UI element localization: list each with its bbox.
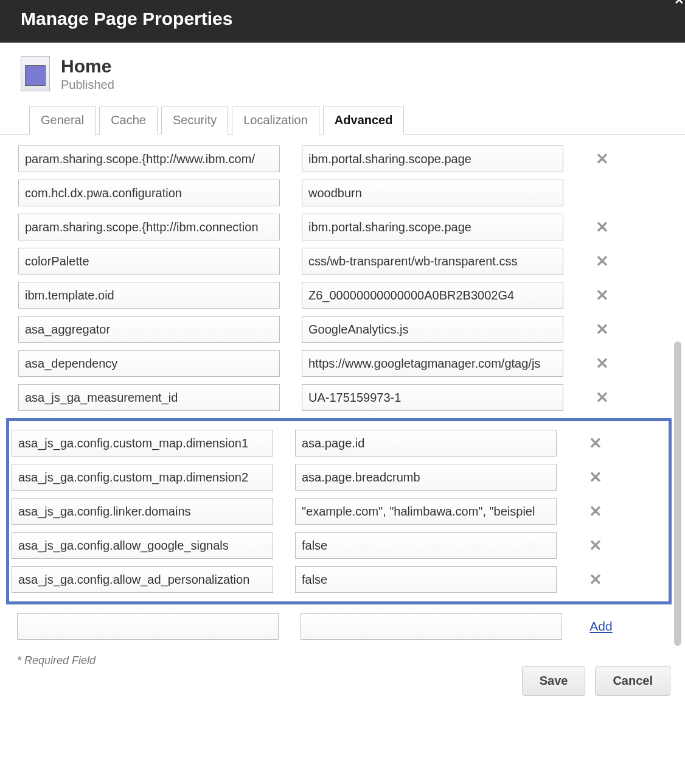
close-icon: ✕: [589, 502, 602, 520]
cancel-button[interactable]: Cancel: [595, 666, 670, 696]
property-row: ✕: [10, 532, 667, 559]
delete-row-button[interactable]: ✕: [591, 318, 614, 341]
scrollbar-thumb[interactable]: [674, 341, 681, 646]
property-value-input[interactable]: [302, 180, 563, 206]
delete-row-button[interactable]: ✕: [591, 284, 614, 307]
add-link[interactable]: Add: [586, 619, 616, 634]
close-icon: ✕: [589, 570, 602, 589]
dialog-title: Manage Page Properties: [21, 9, 232, 29]
property-value-input[interactable]: [295, 430, 557, 457]
property-row: ✕: [17, 384, 668, 411]
property-value-input[interactable]: [295, 498, 557, 525]
close-icon: ✕: [596, 286, 609, 304]
tab-general[interactable]: General: [29, 107, 96, 135]
property-value-input[interactable]: [302, 214, 563, 240]
page-status: Published: [61, 78, 114, 92]
property-key-input[interactable]: [12, 566, 273, 593]
new-row: Add: [17, 613, 668, 640]
close-icon: ✕: [596, 354, 609, 373]
property-key-input[interactable]: [12, 498, 273, 525]
property-value-input[interactable]: [302, 248, 563, 275]
tabs: General Cache Security Localization Adva…: [0, 96, 685, 135]
property-row: ✕: [10, 566, 667, 593]
tab-security[interactable]: Security: [161, 107, 228, 135]
property-key-input[interactable]: [12, 532, 273, 559]
property-row: ✕: [17, 248, 668, 275]
tab-localization[interactable]: Localization: [232, 107, 319, 135]
delete-row-button[interactable]: ✕: [591, 147, 614, 171]
delete-row-button[interactable]: ✕: [591, 352, 614, 376]
tab-advanced[interactable]: Advanced: [323, 107, 405, 135]
property-value-input[interactable]: [295, 566, 557, 593]
page-icon: [21, 56, 50, 91]
property-value-input[interactable]: [295, 532, 557, 559]
close-icon: ✕: [589, 468, 602, 486]
delete-row-button[interactable]: ✕: [591, 215, 614, 239]
property-value-input[interactable]: [302, 282, 563, 309]
new-key-input[interactable]: [17, 613, 279, 640]
property-value-input[interactable]: [295, 464, 557, 491]
close-icon: ✕: [596, 218, 609, 236]
delete-row-button[interactable]: ✕: [584, 500, 607, 523]
property-row: ✕: [10, 498, 667, 525]
dialog-close-button[interactable]: ✕: [669, 0, 685, 10]
property-key-input[interactable]: [12, 430, 273, 457]
close-icon: ✕: [596, 388, 609, 407]
property-row: ✕: [10, 464, 667, 491]
property-value-input[interactable]: [302, 350, 563, 377]
new-value-input[interactable]: [301, 613, 562, 640]
close-icon: ✕: [596, 320, 609, 338]
property-value-input[interactable]: [302, 384, 563, 411]
property-key-input[interactable]: [12, 464, 273, 491]
property-value-input[interactable]: [302, 316, 563, 343]
close-icon: ✕: [589, 434, 602, 452]
delete-row-button[interactable]: ✕: [584, 432, 607, 455]
property-row: [17, 180, 668, 206]
close-icon: ✕: [596, 150, 609, 168]
property-key-input[interactable]: [18, 282, 280, 309]
property-row: ✕: [17, 214, 668, 240]
property-key-input[interactable]: [18, 248, 280, 275]
page-header-text: Home Published: [61, 56, 114, 92]
delete-row-button[interactable]: ✕: [584, 466, 607, 489]
close-icon: ✕: [589, 536, 602, 555]
property-key-input[interactable]: [18, 180, 280, 206]
manage-page-properties-dialog: Manage Page Properties ✕ Home Published …: [0, 0, 685, 714]
property-row: ✕: [10, 430, 667, 457]
property-key-input[interactable]: [18, 214, 280, 240]
required-field-note: * Required Field: [17, 654, 670, 667]
property-key-input[interactable]: [18, 384, 280, 411]
close-icon: ✕: [674, 0, 684, 7]
dialog-titlebar: Manage Page Properties ✕: [0, 0, 685, 43]
button-bar: Save Cancel: [15, 666, 670, 696]
page-title: Home: [61, 56, 114, 77]
property-key-input[interactable]: [18, 316, 280, 343]
close-icon: ✕: [596, 252, 609, 270]
property-key-input[interactable]: [18, 350, 280, 377]
save-button[interactable]: Save: [522, 666, 586, 696]
property-value-input[interactable]: [302, 145, 563, 172]
tab-cache[interactable]: Cache: [99, 107, 158, 135]
property-row: ✕: [17, 282, 668, 309]
delete-row-button[interactable]: ✕: [591, 250, 614, 273]
dialog-footer: * Required Field Save Cancel: [0, 646, 685, 714]
highlighted-config-group: ✕✕✕✕✕: [6, 418, 672, 604]
delete-row-button[interactable]: ✕: [584, 534, 607, 558]
advanced-content: ✕✕✕✕✕✕✕ ✕✕✕✕✕ Add: [0, 135, 685, 646]
property-row: ✕: [17, 350, 668, 377]
delete-row-button[interactable]: ✕: [584, 568, 607, 592]
page-header: Home Published: [0, 43, 685, 96]
delete-row-button[interactable]: ✕: [591, 386, 614, 410]
property-key-input[interactable]: [18, 145, 280, 172]
property-row: ✕: [17, 145, 668, 172]
property-row: ✕: [17, 316, 668, 343]
